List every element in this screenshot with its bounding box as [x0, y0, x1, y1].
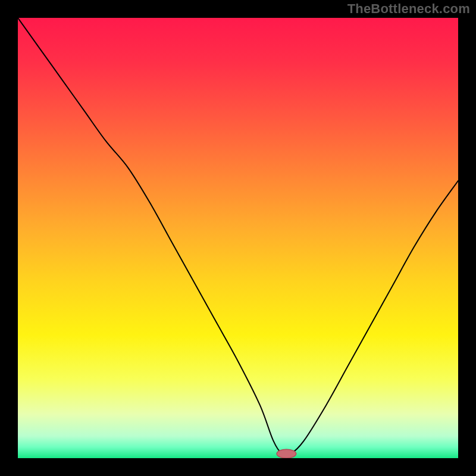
chart-frame: { "watermark": { "text": "TheBottleneck.…	[0, 0, 476, 476]
optimum-marker	[277, 449, 296, 458]
bottleneck-chart	[18, 18, 458, 458]
plot-background	[18, 18, 458, 458]
watermark-text: TheBottleneck.com	[347, 1, 470, 17]
